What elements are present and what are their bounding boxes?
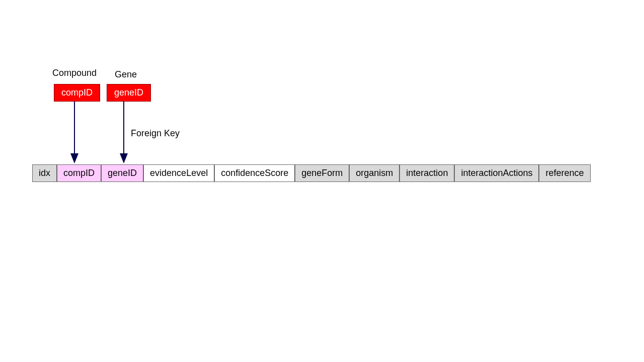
schema-column-interactionactions: interactionActions [454, 164, 539, 182]
schema-column-organism: organism [349, 164, 399, 182]
schema-column-compid: compID [57, 164, 101, 182]
schema-column-confidencescore: confidenceScore [214, 164, 295, 182]
schema-column-reference: reference [539, 164, 590, 182]
schema-column-idx: idx [32, 164, 57, 182]
gene-entity-label: Gene [115, 69, 137, 80]
gene-key-box: geneID [107, 84, 151, 102]
schema-column-evidencelevel: evidenceLevel [143, 164, 214, 182]
schema-column-interaction: interaction [399, 164, 454, 182]
compound-entity-label: Compound [52, 68, 97, 78]
schema-table: idxcompIDgeneIDevidenceLevelconfidenceSc… [32, 164, 591, 182]
schema-column-geneid: geneID [101, 164, 143, 182]
compound-key-box: compID [54, 84, 100, 102]
foreign-key-label: Foreign Key [131, 128, 180, 139]
schema-column-geneform: geneForm [295, 164, 349, 182]
